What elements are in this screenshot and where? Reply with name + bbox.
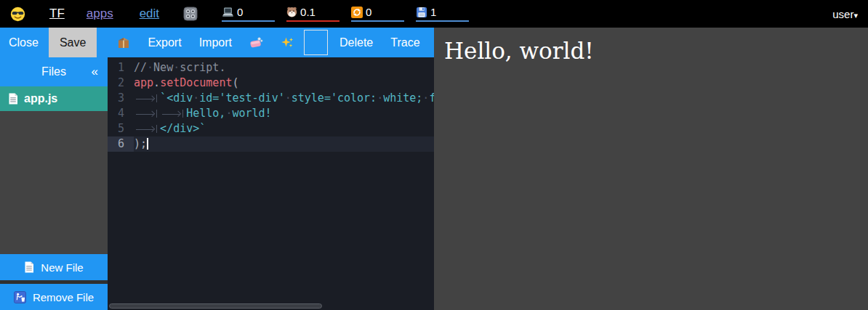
stat-refresh: 0	[351, 6, 404, 22]
sunglasses-face-icon[interactable]	[10, 7, 25, 22]
stat-value: 0	[237, 6, 243, 18]
litter-bin-icon	[14, 291, 26, 303]
main-area: Close Save Export Import	[0, 28, 868, 310]
code-line[interactable]: 1//·New·script.	[108, 60, 434, 76]
code-text: Hello,·world!	[134, 106, 434, 121]
code-line[interactable]: 5</div>`	[108, 121, 434, 136]
file-item-appjs[interactable]: app.js	[0, 86, 108, 111]
code-line[interactable]: 2app.setDocument(	[108, 76, 434, 91]
chevron-down-icon: ▾	[853, 11, 858, 20]
delete-button[interactable]: Delete	[339, 36, 373, 49]
code-text: );	[134, 136, 434, 152]
files-panel-spacer	[0, 111, 108, 254]
workspace: Close Save Export Import	[0, 28, 434, 310]
dice-icon[interactable]	[183, 7, 198, 21]
trace-button[interactable]: Trace	[390, 36, 419, 49]
stat-value: 1	[430, 6, 436, 18]
document-icon	[8, 93, 18, 105]
import-button[interactable]: Import	[199, 36, 232, 49]
stat-value: 0	[366, 6, 371, 18]
topbar: TF apps edit 0	[0, 0, 868, 28]
floppy-icon	[416, 7, 427, 18]
laptop-icon	[222, 7, 234, 17]
refresh-icon	[351, 7, 363, 18]
export-button[interactable]: Export	[148, 36, 181, 49]
line-number: 5	[108, 121, 134, 136]
stat-saves: 1	[416, 6, 469, 22]
files-panel-header: Files «	[0, 57, 108, 86]
stats-bar: 0 0.1	[222, 6, 469, 22]
user-menu-label: user	[832, 8, 853, 20]
code-line[interactable]: 3`<div·id='test-div'·style='color:·white…	[108, 91, 434, 106]
close-button[interactable]: Close	[9, 36, 39, 49]
brand-link[interactable]: TF	[49, 7, 65, 21]
files-panel: Files « app.js	[0, 57, 108, 310]
files-panel-title: Files	[41, 65, 66, 78]
remove-file-button[interactable]: Remove File	[0, 284, 108, 310]
line-number: 2	[108, 76, 134, 91]
code-line[interactable]: 6);	[108, 136, 434, 152]
preview-pane: Hello, world!	[434, 28, 868, 310]
soap-icon[interactable]	[249, 37, 263, 49]
stat-cpu: 0	[222, 6, 275, 22]
nav-edit-link[interactable]: edit	[140, 7, 159, 21]
stat-value: 0.1	[300, 6, 316, 18]
stat-memory: 0.1	[286, 6, 339, 22]
horizontal-scrollbar[interactable]	[109, 303, 322, 309]
new-file-button[interactable]: New File	[0, 254, 108, 280]
text-cursor	[147, 138, 148, 150]
file-name: app.js	[24, 92, 57, 105]
code-text: app.setDocument(	[134, 76, 434, 91]
code-editor[interactable]: 1//·New·script.2app.setDocument(3`<div·i…	[108, 57, 434, 310]
new-file-label: New File	[41, 261, 83, 274]
line-number: 4	[108, 106, 134, 121]
emoji-input-box[interactable]	[304, 30, 328, 55]
package-icon[interactable]	[117, 36, 130, 49]
remove-file-label: Remove File	[33, 291, 94, 303]
user-menu-button[interactable]: user▾	[832, 8, 858, 20]
line-number: 1	[108, 60, 134, 76]
editor-toolbar: Close Save Export Import	[0, 28, 434, 57]
code-text: </div>`	[134, 121, 434, 136]
code-text: //·New·script.	[134, 60, 434, 76]
code-line[interactable]: 4Hello,·world!	[108, 106, 434, 121]
nav-apps-link[interactable]: apps	[87, 7, 113, 21]
hamster-icon	[286, 7, 297, 17]
collapse-panel-button[interactable]: «	[92, 65, 98, 79]
code-area: 1//·New·script.2app.setDocument(3`<div·i…	[108, 60, 434, 152]
new-file-icon	[24, 261, 34, 273]
save-button[interactable]: Save	[49, 28, 97, 57]
sparkles-icon[interactable]	[281, 36, 294, 49]
line-number: 6	[108, 136, 134, 152]
code-text: `<div·id='test-div'·style='color:·white;…	[134, 91, 434, 106]
line-number: 3	[108, 91, 134, 106]
preview-text: Hello, world!	[444, 38, 868, 64]
